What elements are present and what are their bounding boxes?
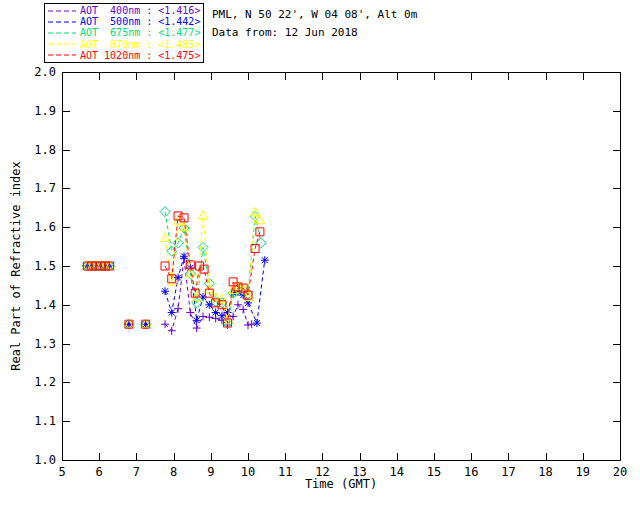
y-tick-label: 1.4 (34, 298, 56, 312)
legend-line-sample (48, 17, 76, 27)
y-tick-label: 1.1 (34, 414, 56, 428)
plot-subtitle: Data from: 12 Jun 2018 (212, 26, 358, 39)
x-tick-label: 5 (58, 465, 65, 479)
legend-item-aot-500nm: AOT 500nm : <1.442> (48, 16, 203, 27)
legend-label: AOT 1020nm : <1.475> (80, 50, 200, 61)
legend-item-aot-870nm: AOT 870nm : <1.485> (48, 39, 203, 50)
x-axis-label: Time (GMT) (305, 477, 377, 491)
x-tick-label: 16 (464, 465, 478, 479)
legend-line-sample (48, 39, 76, 49)
refractive-index-plot-page: 5678910111213141516171819201.01.11.21.31… (0, 0, 640, 512)
legend-line-sample (48, 6, 76, 16)
legend-label: AOT 870nm : <1.485> (80, 39, 200, 50)
x-tick-label: 10 (241, 465, 255, 479)
chart-canvas: 5678910111213141516171819201.01.11.21.31… (0, 0, 640, 512)
legend-line-sample (48, 50, 76, 60)
x-tick-label: 15 (427, 465, 441, 479)
legend-line-sample (48, 28, 76, 38)
x-tick-label: 11 (278, 465, 292, 479)
x-tick-label: 7 (133, 465, 140, 479)
legend-item-aot-400nm: AOT 400nm : <1.416> (48, 5, 203, 16)
legend-box: AOT 400nm : <1.416>AOT 500nm : <1.442>AO… (44, 3, 204, 63)
y-tick-label: 1.8 (34, 143, 56, 157)
legend-label: AOT 400nm : <1.416> (80, 5, 200, 16)
y-tick-label: 1.9 (34, 104, 56, 118)
legend-item-aot-1020nm: AOT 1020nm : <1.475> (48, 50, 203, 61)
plot-title: PML, N 50 22', W 04 08', Alt 0m (212, 8, 417, 21)
x-tick-label: 9 (207, 465, 214, 479)
legend-item-aot-675nm: AOT 675nm : <1.477> (48, 27, 203, 38)
x-tick-label: 18 (538, 465, 552, 479)
legend-label: AOT 500nm : <1.442> (80, 16, 200, 27)
plot-frame (63, 73, 621, 461)
legend-label: AOT 675nm : <1.477> (80, 27, 200, 38)
x-tick-label: 14 (390, 465, 404, 479)
y-tick-label: 1.3 (34, 337, 56, 351)
x-tick-label: 19 (576, 465, 590, 479)
y-tick-label: 1.2 (34, 375, 56, 389)
x-tick-label: 20 (613, 465, 627, 479)
y-tick-label: 1.5 (34, 259, 56, 273)
y-tick-label: 1.6 (34, 220, 56, 234)
y-axis-label: Real Part of Refractive index (9, 161, 23, 371)
x-tick-label: 6 (96, 465, 103, 479)
x-tick-label: 17 (501, 465, 515, 479)
y-tick-label: 1.0 (34, 453, 56, 467)
y-tick-label: 1.7 (34, 181, 56, 195)
x-tick-label: 8 (170, 465, 177, 479)
y-tick-label: 2.0 (34, 65, 56, 79)
